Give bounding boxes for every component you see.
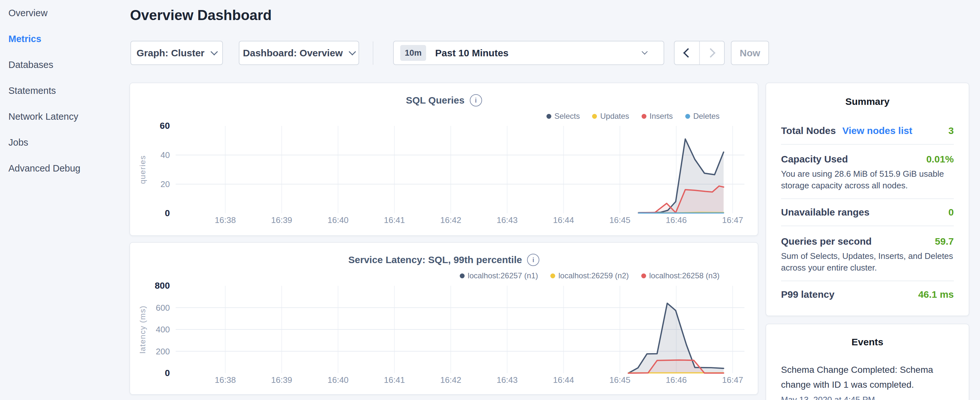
sidebar-item-overview[interactable]: Overview bbox=[0, 0, 129, 26]
qps-description: Sum of Selects, Updates, Inserts, and De… bbox=[781, 250, 954, 274]
svg-text:16:38: 16:38 bbox=[215, 215, 236, 225]
svg-text:queries: queries bbox=[138, 155, 147, 184]
svg-text:60: 60 bbox=[160, 121, 170, 131]
divider bbox=[781, 198, 954, 199]
svg-text:400: 400 bbox=[156, 325, 170, 334]
capacity-value: 0.01% bbox=[926, 154, 954, 165]
chevron-down-icon bbox=[211, 48, 218, 55]
event-timestamp: May 13, 2020 at 4:45 PM bbox=[781, 395, 954, 400]
summary-row-qps: Queries per second 59.7 Sum of Selects, … bbox=[781, 236, 954, 274]
event-text: Schema Change Completed: Schema change w… bbox=[781, 362, 954, 392]
time-window-label: Past 10 Minutes bbox=[435, 48, 509, 59]
svg-text:16:44: 16:44 bbox=[553, 215, 574, 225]
svg-text:latency (ms): latency (ms) bbox=[138, 306, 147, 354]
capacity-description: You are using 28.6 MiB of 515.9 GiB usab… bbox=[781, 168, 954, 191]
summary-row-unavailable: Unavailable ranges 0 bbox=[781, 207, 954, 218]
svg-text:16:39: 16:39 bbox=[271, 375, 292, 385]
svg-text:40: 40 bbox=[161, 150, 170, 160]
now-button[interactable]: Now bbox=[731, 41, 769, 65]
events-title: Events bbox=[781, 336, 954, 347]
summary-panel: Summary Total Nodes View nodes list 3 Ca… bbox=[765, 83, 969, 316]
chevron-right-icon bbox=[706, 48, 715, 58]
view-nodes-link[interactable]: View nodes list bbox=[842, 125, 912, 136]
divider bbox=[781, 280, 954, 281]
svg-text:600: 600 bbox=[156, 303, 170, 312]
unavailable-ranges-value: 0 bbox=[948, 207, 954, 218]
svg-text:200: 200 bbox=[156, 347, 170, 356]
time-prev-button[interactable] bbox=[675, 41, 699, 64]
total-nodes-label: Total Nodes bbox=[781, 125, 836, 136]
capacity-label: Capacity Used bbox=[781, 154, 848, 165]
graph-dropdown-label: Graph: Cluster bbox=[137, 48, 204, 59]
sql-queries-chart-card: SQL Queries SelectsUpdatesInsertsDeletes… bbox=[129, 83, 758, 236]
summary-row-capacity: Capacity Used 0.01% You are using 28.6 M… bbox=[781, 154, 954, 191]
time-window-badge: 10m bbox=[400, 45, 426, 61]
svg-text:16:40: 16:40 bbox=[328, 215, 348, 225]
svg-text:16:45: 16:45 bbox=[609, 215, 630, 225]
svg-text:16:46: 16:46 bbox=[666, 215, 687, 225]
svg-text:0: 0 bbox=[165, 368, 170, 378]
total-nodes-value: 3 bbox=[948, 125, 954, 136]
divider bbox=[781, 226, 954, 226]
svg-text:16:47: 16:47 bbox=[722, 215, 743, 225]
svg-text:16:43: 16:43 bbox=[496, 215, 518, 225]
unavailable-ranges-label: Unavailable ranges bbox=[781, 207, 869, 218]
sidebar-nav: Overview Metrics Databases Statements Ne… bbox=[0, 0, 129, 181]
svg-text:16:45: 16:45 bbox=[609, 375, 630, 385]
controls-divider bbox=[373, 41, 373, 65]
chevron-down-icon bbox=[349, 48, 356, 55]
sidebar-item-jobs[interactable]: Jobs bbox=[0, 129, 129, 155]
dashboard-dropdown[interactable]: Dashboard: Overview bbox=[239, 41, 359, 65]
events-panel: Events Schema Change Completed: Schema c… bbox=[765, 324, 969, 400]
time-window-selector[interactable]: 10m Past 10 Minutes bbox=[393, 41, 664, 65]
svg-text:16:43: 16:43 bbox=[496, 375, 518, 385]
chart-svg: 16:3816:3916:4016:4116:4216:4316:4416:45… bbox=[130, 243, 759, 395]
now-button-label: Now bbox=[740, 48, 760, 59]
p99-latency-value: 46.1 ms bbox=[918, 289, 954, 300]
sidebar-item-statements[interactable]: Statements bbox=[0, 78, 129, 104]
svg-text:16:42: 16:42 bbox=[440, 375, 461, 385]
service-latency-chart-card: Service Latency: SQL, 99th percentile lo… bbox=[129, 242, 758, 395]
summary-row-total-nodes: Total Nodes View nodes list 3 bbox=[781, 125, 954, 136]
page-title: Overview Dashboard bbox=[130, 7, 272, 23]
chart-svg: 16:3816:3916:4016:4116:4216:4316:4416:45… bbox=[130, 83, 759, 237]
sidebar-item-metrics[interactable]: Metrics bbox=[0, 26, 129, 52]
sidebar-item-databases[interactable]: Databases bbox=[0, 52, 129, 78]
event-item[interactable]: Schema Change Completed: Schema change w… bbox=[781, 362, 954, 400]
svg-text:16:46: 16:46 bbox=[666, 375, 687, 385]
sidebar-item-network-latency[interactable]: Network Latency bbox=[0, 104, 129, 129]
graph-dropdown[interactable]: Graph: Cluster bbox=[130, 41, 223, 65]
metrics-page: Overview Metrics Databases Statements Ne… bbox=[0, 0, 980, 400]
time-next-button[interactable] bbox=[699, 41, 724, 64]
p99-latency-label: P99 latency bbox=[781, 289, 834, 300]
time-step-buttons bbox=[674, 41, 725, 65]
chevron-down-icon bbox=[641, 49, 648, 54]
svg-text:16:44: 16:44 bbox=[553, 375, 574, 385]
qps-value: 59.7 bbox=[935, 236, 954, 247]
svg-text:16:47: 16:47 bbox=[722, 375, 743, 385]
sidebar: Overview Metrics Databases Statements Ne… bbox=[0, 0, 129, 400]
svg-text:800: 800 bbox=[155, 280, 170, 291]
summary-row-p99: P99 latency 46.1 ms bbox=[781, 289, 954, 300]
sidebar-item-advanced-debug[interactable]: Advanced Debug bbox=[0, 155, 129, 181]
qps-label: Queries per second bbox=[781, 236, 872, 247]
svg-text:16:39: 16:39 bbox=[271, 215, 292, 225]
svg-text:16:40: 16:40 bbox=[328, 375, 348, 385]
svg-text:16:41: 16:41 bbox=[384, 375, 405, 385]
svg-text:20: 20 bbox=[161, 179, 170, 189]
divider bbox=[781, 144, 954, 145]
svg-text:0: 0 bbox=[165, 208, 170, 218]
svg-text:16:38: 16:38 bbox=[215, 375, 236, 385]
dashboard-dropdown-label: Dashboard: Overview bbox=[243, 48, 343, 59]
svg-text:16:41: 16:41 bbox=[384, 215, 405, 225]
chevron-left-icon bbox=[683, 48, 693, 58]
svg-text:16:42: 16:42 bbox=[440, 215, 461, 225]
summary-title: Summary bbox=[781, 96, 954, 107]
